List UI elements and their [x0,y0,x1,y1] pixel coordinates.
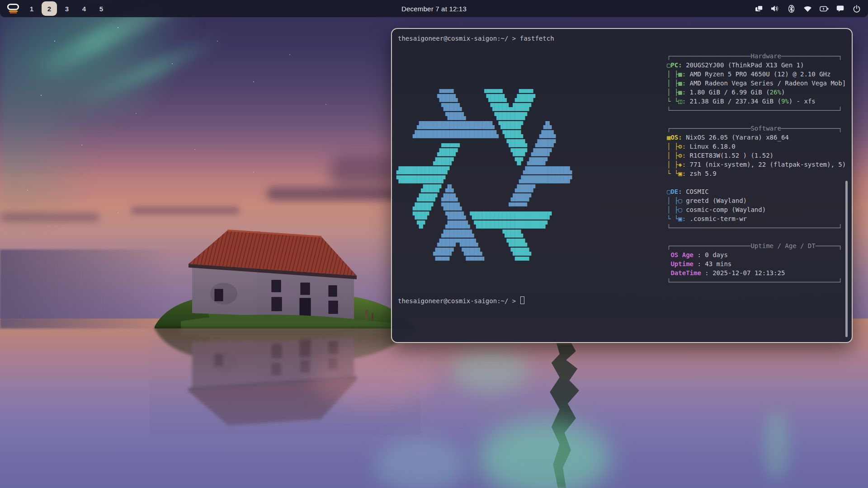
terminal-content: thesaigoneer@cosmix-saigon:~/ > fastfetc… [392,29,852,342]
cloud [0,213,99,221]
house-island-illustration [149,225,420,328]
prompt-text: thesaigoneer@cosmix-saigon:~/ > [398,35,520,42]
battery-charging-icon[interactable] [818,2,830,15]
fastfetch-info: ┌─────────────────────Hardware──────────… [667,52,846,286]
nixos-logo-ascii: ▗▄▄▄ ▗▄▄▄▄ ▄▄▄▖ ▜███▙ ▜███▙ ▟███▛ ▜███▙ … [396,84,572,265]
wifi-icon[interactable] [802,2,814,15]
power-icon[interactable] [850,2,863,15]
distant-water [0,249,172,328]
command-text: fastfetch [520,35,554,42]
clock-applet: December 7 at 12:13 [0,0,868,17]
prompt-text: thesaigoneer@cosmix-saigon:~/ > [398,297,520,305]
terminal-window[interactable]: thesaigoneer@cosmix-saigon:~/ > fastfetc… [391,28,853,343]
volume-icon[interactable] [769,2,781,15]
terminal-cursor [520,296,524,304]
shell-prompt-line: thesaigoneer@cosmix-saigon:~/ > [398,296,524,305]
cloud [330,156,398,188]
system-tray [753,0,863,17]
windows-icon[interactable] [753,2,765,15]
desktop: 1 2 3 4 5 December 7 at 12:13 [0,0,868,488]
notifications-icon[interactable] [834,2,846,15]
water-ripples [0,319,868,488]
house [189,230,357,319]
bluetooth-icon[interactable] [785,2,797,15]
shell-prompt-line: thesaigoneer@cosmix-saigon:~/ > fastfetc… [398,34,554,43]
cloud [131,207,240,214]
clock[interactable]: December 7 at 12:13 [401,5,467,13]
top-panel: 1 2 3 4 5 December 7 at 12:13 [0,0,868,17]
terminal-scrollbar[interactable] [845,181,848,337]
